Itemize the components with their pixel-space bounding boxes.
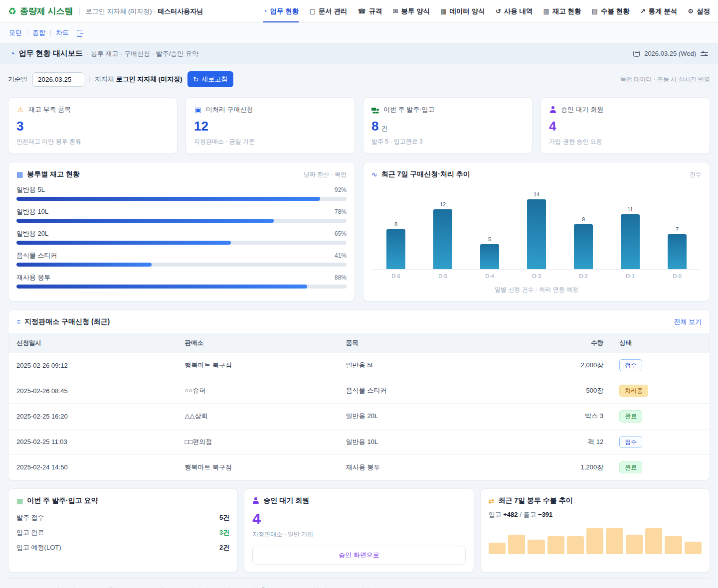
- purchase-table-row[interactable]: 2025-02-24 14:50 행복마트 북구점 재사용 봉투 1,200장 …: [8, 454, 710, 480]
- subnav-links: 모던종합차트: [9, 28, 69, 37]
- summary-row: 발주 접수 5건: [16, 510, 229, 525]
- user-name: 테스터사용자님: [158, 7, 203, 15]
- spark-bar: [586, 528, 603, 554]
- kpi-head: 재고 부족 품목: [16, 105, 169, 114]
- kpi-title: 승인 대기 회원: [561, 105, 603, 114]
- week-summary-title: 이번 주 발주·입고 요약: [27, 496, 98, 505]
- inventory-row-top: 일반용 10L 78%: [16, 207, 347, 216]
- week-summary-head: ▦ 이번 주 발주·입고 요약: [16, 496, 229, 505]
- trend-chart-bars: 8 12 5 14: [372, 186, 701, 270]
- subnav-link[interactable]: 모던: [9, 28, 22, 37]
- kpi-card: 승인 대기 회원 4 가입·권한 승인 요청: [540, 97, 710, 154]
- inventory-bar-fill: [16, 285, 307, 289]
- mock-data-note: 목업 데이터 · 연동 시 실시간 반영: [620, 75, 710, 84]
- nav-item[interactable]: ▢ 문서 관리: [309, 0, 347, 22]
- nav-item-icon: ▦: [440, 7, 446, 15]
- nav-item[interactable]: ▤ 수불 현황: [592, 0, 630, 22]
- inventory-bar-track: [16, 241, 347, 245]
- nav-item[interactable]: ☎ 규격: [358, 0, 382, 22]
- nav-item[interactable]: ◔ 업무 현황: [263, 0, 299, 22]
- nav-item[interactable]: ▦ 데이터 양식: [440, 0, 485, 22]
- inventory-row-top: 재사용 봉투 88%: [16, 273, 347, 282]
- cell-store: △△상회: [177, 404, 338, 429]
- nav-item[interactable]: ↺ 사용 내역: [496, 0, 533, 22]
- approval-screen-button[interactable]: 승인 화면으로: [252, 546, 465, 565]
- purchase-table-row[interactable]: 2025-02-26 09:12 행복마트 북구점 일반용 5L 2,000장 …: [8, 353, 710, 378]
- flow-out-value: −391: [538, 511, 552, 518]
- inventory-bar-track: [16, 197, 347, 201]
- spark-bar: [547, 536, 564, 554]
- main-nav: ◔ 업무 현황 ▢ 문서 관리 ☎ 규격 ✉ 봉투 양식 ▦ 데이터 양식: [263, 0, 710, 22]
- footer-note: 차장님 요청 반영: 봉투별 재고·구매신청 리스트·그래프 / 추가 시안: …: [8, 579, 710, 588]
- calendar-icon: [633, 51, 640, 57]
- purchase-table-header-row: 신청일시판매소품목수량상태: [8, 333, 710, 353]
- app-logo[interactable]: ♻ 종량제 시스템: [8, 5, 73, 17]
- cell-item: 일반용 20L: [338, 404, 506, 429]
- nav-item-icon: ▤: [592, 7, 598, 15]
- flow-in-value: +482: [503, 511, 518, 518]
- base-date-input[interactable]: [32, 72, 84, 87]
- cell-status: 완료: [611, 404, 710, 429]
- subnav-link[interactable]: 종합: [22, 28, 45, 37]
- inventory-percent: 92%: [335, 186, 347, 193]
- trend-col: 5: [466, 236, 513, 269]
- trend-col: 8: [372, 221, 419, 269]
- recycle-icon: ♻: [8, 5, 16, 17]
- subnav-link[interactable]: 차트: [45, 28, 69, 37]
- subnav: 모던종합차트: [0, 23, 718, 43]
- spark-bar: [685, 542, 702, 554]
- trend-x-label: D-3: [513, 273, 560, 279]
- spark-bar: [665, 536, 682, 554]
- transfer-arrows-icon: ⇄: [489, 497, 495, 504]
- cell-qty: 500장: [506, 378, 611, 404]
- status-badge: 완료: [619, 410, 642, 422]
- kpi-value-number: 12: [194, 119, 208, 134]
- inventory-list: 일반용 5L 92% 일반용 10L 78%: [8, 184, 355, 298]
- flow-out-label: 출고: [523, 511, 536, 518]
- kpi-head: 승인 대기 회원: [549, 105, 702, 114]
- nav-item-icon: ▢: [309, 7, 315, 15]
- logout-icon[interactable]: [77, 29, 84, 36]
- filter-sliders-icon[interactable]: [701, 51, 708, 57]
- purchase-table-row[interactable]: 2025-02-25 16:20 △△상회 일반용 20L 박스 3 완료: [8, 404, 710, 429]
- inventory-row: 일반용 5L 92%: [16, 185, 347, 201]
- purchase-table-header-cell: 신청일시: [8, 333, 177, 353]
- nav-item-label: 재고 현황: [552, 7, 581, 16]
- trend-col: 12: [419, 201, 466, 269]
- trend-value-label: 14: [534, 191, 539, 197]
- trend-bar: [574, 224, 593, 269]
- divider: [89, 76, 90, 83]
- cell-date: 2025-02-25 16:20: [8, 404, 177, 429]
- cell-qty: 박스 3: [506, 404, 611, 429]
- trend-value-label: 11: [627, 206, 633, 212]
- nav-item[interactable]: ⚙ 설정: [688, 0, 710, 22]
- purchase-table-row[interactable]: 2025-02-26 08:45 ○○슈퍼 음식물 스티커 500장 처리중: [8, 378, 710, 404]
- trend-x-label: D-5: [419, 273, 466, 279]
- purchase-table-row[interactable]: 2025-02-25 11:03 □□편의점 일반용 10L 팩 12 접수: [8, 429, 710, 454]
- gov-value: 로그인 지자체 (미지정): [116, 75, 182, 83]
- trend-bar: [527, 199, 546, 269]
- flow-card: ⇄ 최근 7일 봉투 수불 추이 입고 +482 / 출고 −391: [480, 488, 710, 573]
- inventory-bar-fill: [16, 263, 152, 267]
- kpi-value: 8 건: [371, 119, 524, 134]
- gov-text: 지자체 로그인 지자체 (미지정): [95, 75, 182, 84]
- cell-date: 2025-02-26 08:45: [8, 378, 177, 404]
- kpi-icon: [16, 106, 24, 113]
- purchase-table-head: ≡ 지정판매소 구매신청 (최근) 전체 보기: [8, 310, 710, 331]
- nav-item[interactable]: ✉ 봉투 양식: [393, 0, 430, 22]
- trend-x-label: D-1: [607, 273, 654, 279]
- flow-head: ⇄ 최근 7일 봉투 수불 추이: [489, 496, 702, 505]
- trend-col: 7: [654, 226, 701, 269]
- nav-item-icon: ▥: [543, 7, 549, 15]
- approval-count: 4: [252, 510, 465, 527]
- page-title: 업무 현황 대시보드: [19, 49, 83, 58]
- nav-item-icon: ☎: [358, 7, 365, 15]
- summary-label: 입고 완료: [16, 528, 44, 537]
- purchase-table-header-cell: 판매소: [177, 333, 338, 353]
- refresh-button[interactable]: ↻ 새로고침: [187, 71, 234, 87]
- view-all-link[interactable]: 전체 보기: [674, 317, 702, 326]
- trend-panel-meta: 건수: [690, 170, 702, 179]
- nav-item[interactable]: ↗ 통계 분석: [640, 0, 678, 22]
- nav-item[interactable]: ▥ 재고 현황: [543, 0, 581, 22]
- kpi-card: 이번 주 발주·입고 8 건 발주 5 · 입고완료 3: [363, 97, 533, 154]
